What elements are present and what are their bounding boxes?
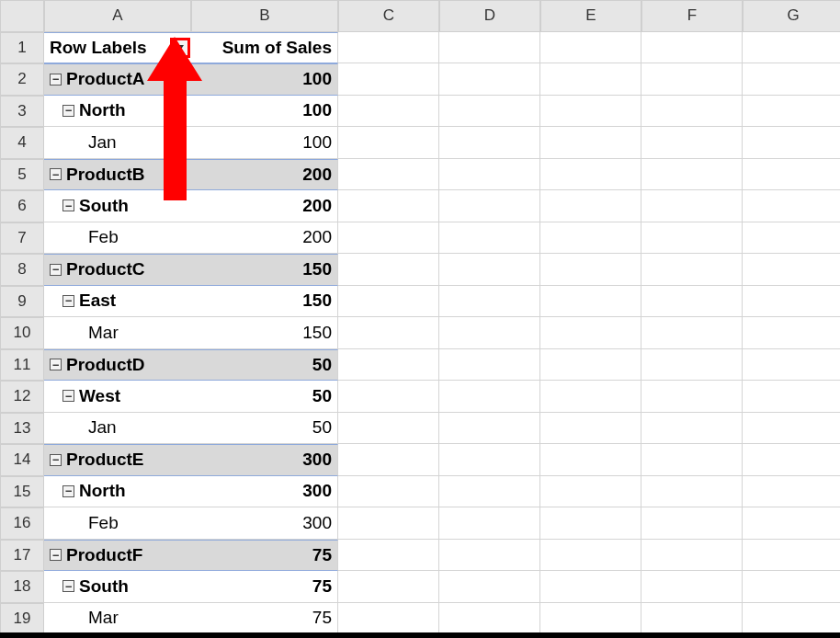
cell-empty[interactable] <box>641 254 743 286</box>
pivot-label-cell[interactable]: −ProductB <box>44 159 191 191</box>
cell-empty[interactable] <box>540 603 641 635</box>
pivot-value-cell[interactable]: 50 <box>191 413 338 445</box>
cell-empty[interactable] <box>743 381 840 413</box>
cell-empty[interactable] <box>338 444 439 476</box>
pivot-label-cell[interactable]: Feb <box>44 507 191 540</box>
row-header-9[interactable]: 9 <box>0 286 44 318</box>
pivot-value-cell[interactable]: 300 <box>191 476 338 508</box>
cell-empty[interactable] <box>338 317 439 349</box>
pivot-value-cell[interactable]: 200 <box>191 190 338 222</box>
cell-empty[interactable] <box>540 444 641 476</box>
pivot-label-cell[interactable]: Jan <box>44 127 191 159</box>
row-header-4[interactable]: 4 <box>0 127 44 159</box>
collapse-toggle[interactable]: − <box>50 74 62 85</box>
cell-empty[interactable] <box>439 63 540 96</box>
col-header-C[interactable]: C <box>338 0 439 32</box>
pivot-label-cell[interactable]: Jan <box>44 413 191 445</box>
cell-empty[interactable] <box>641 507 743 540</box>
cell-empty[interactable] <box>641 222 743 255</box>
cell-empty[interactable] <box>439 159 540 191</box>
col-header-D[interactable]: D <box>439 0 540 32</box>
cell-empty[interactable] <box>338 571 439 603</box>
cell-empty[interactable] <box>641 540 743 572</box>
cell-empty[interactable] <box>540 381 641 413</box>
collapse-toggle[interactable]: − <box>50 359 62 370</box>
cell-empty[interactable] <box>338 507 439 540</box>
row-header-10[interactable]: 10 <box>0 317 44 349</box>
cell-empty[interactable] <box>641 159 743 191</box>
cell-empty[interactable] <box>439 476 540 508</box>
cell-empty[interactable] <box>641 63 743 96</box>
row-header-6[interactable]: 6 <box>0 190 44 222</box>
cell-empty[interactable] <box>439 222 540 255</box>
row-header-18[interactable]: 18 <box>0 571 44 603</box>
cell-empty[interactable] <box>439 603 540 635</box>
cell-empty[interactable] <box>743 286 840 318</box>
cell-empty[interactable] <box>641 127 743 159</box>
cell-empty[interactable] <box>439 32 540 64</box>
pivot-value-cell[interactable]: 300 <box>191 507 338 540</box>
cell-empty[interactable] <box>439 571 540 603</box>
row-header-14[interactable]: 14 <box>0 444 44 476</box>
cell-empty[interactable] <box>540 96 641 128</box>
cell-empty[interactable] <box>439 286 540 318</box>
pivot-label-cell[interactable]: −ProductC <box>44 254 191 286</box>
pivot-value-cell[interactable]: 300 <box>191 444 338 476</box>
cell-empty[interactable] <box>540 127 641 159</box>
cell-empty[interactable] <box>641 476 743 508</box>
collapse-toggle[interactable]: − <box>50 454 62 466</box>
pivot-label-cell[interactable]: −ProductA <box>44 63 191 96</box>
cell-empty[interactable] <box>338 190 439 222</box>
cell-empty[interactable] <box>439 444 540 476</box>
pivot-label-cell[interactable]: Feb <box>44 222 191 255</box>
col-header-F[interactable]: F <box>641 0 743 32</box>
cell-empty[interactable] <box>540 286 641 318</box>
cell-empty[interactable] <box>439 540 540 572</box>
cell-empty[interactable] <box>743 190 840 222</box>
cell-empty[interactable] <box>641 190 743 222</box>
pivot-value-cell[interactable]: 50 <box>191 381 338 413</box>
row-header-11[interactable]: 11 <box>0 349 44 382</box>
cell-empty[interactable] <box>641 96 743 128</box>
pivot-label-cell[interactable]: −ProductF <box>44 540 191 572</box>
cell-empty[interactable] <box>540 317 641 349</box>
cell-empty[interactable] <box>743 254 840 286</box>
pivot-value-cell[interactable]: 200 <box>191 159 338 191</box>
cell-empty[interactable] <box>641 444 743 476</box>
cell-empty[interactable] <box>338 413 439 445</box>
pivot-value-cell[interactable]: 75 <box>191 540 338 572</box>
cell-empty[interactable] <box>439 349 540 382</box>
cell-empty[interactable] <box>338 127 439 159</box>
pivot-value-cell[interactable]: 150 <box>191 286 338 318</box>
cell-empty[interactable] <box>743 507 840 540</box>
cell-empty[interactable] <box>641 603 743 635</box>
collapse-toggle[interactable]: − <box>62 390 74 402</box>
row-header-7[interactable]: 7 <box>0 222 44 255</box>
filter-dropdown-button[interactable] <box>172 40 188 56</box>
col-header-A[interactable]: A <box>44 0 191 32</box>
pivot-value-cell[interactable]: 75 <box>191 603 338 635</box>
pivot-label-cell[interactable]: Mar <box>44 603 191 635</box>
cell-empty[interactable] <box>338 476 439 508</box>
cell-empty[interactable] <box>540 571 641 603</box>
cell-empty[interactable] <box>439 96 540 128</box>
cell-empty[interactable] <box>641 32 743 64</box>
col-header-E[interactable]: E <box>540 0 641 32</box>
cell-empty[interactable] <box>439 381 540 413</box>
pivot-label-cell[interactable]: −North <box>44 476 191 508</box>
row-header-1[interactable]: 1 <box>0 32 44 64</box>
col-header-G[interactable]: G <box>743 0 840 32</box>
cell-empty[interactable] <box>641 317 743 349</box>
cell-empty[interactable] <box>743 317 840 349</box>
row-header-2[interactable]: 2 <box>0 63 44 96</box>
cell-empty[interactable] <box>540 413 641 445</box>
pivot-value-cell[interactable]: 200 <box>191 222 338 255</box>
cell-empty[interactable] <box>338 63 439 96</box>
cell-empty[interactable] <box>641 349 743 382</box>
cell-empty[interactable] <box>540 222 641 255</box>
row-header-3[interactable]: 3 <box>0 96 44 128</box>
cell-empty[interactable] <box>540 540 641 572</box>
cell-empty[interactable] <box>743 444 840 476</box>
pivot-label-cell[interactable]: −West <box>44 381 191 413</box>
collapse-toggle[interactable]: − <box>50 549 62 561</box>
